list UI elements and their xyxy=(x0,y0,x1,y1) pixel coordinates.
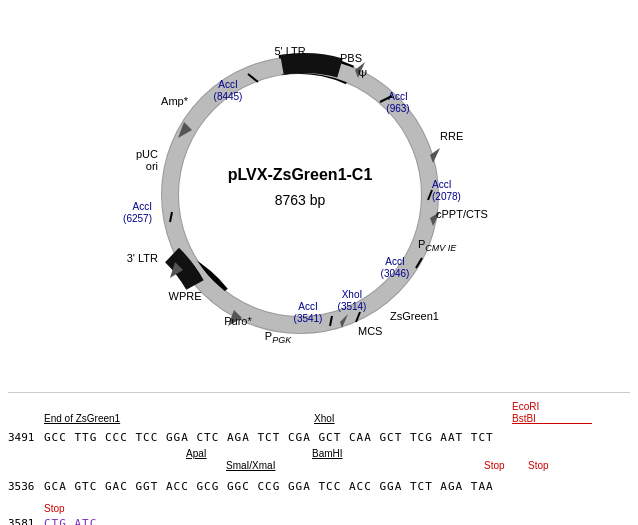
svg-text:cPPT/CTS: cPPT/CTS xyxy=(436,208,488,220)
svg-text:Amp*: Amp* xyxy=(161,95,189,107)
svg-text:8763 bp: 8763 bp xyxy=(275,192,326,208)
svg-text:Ψ: Ψ xyxy=(358,68,367,80)
seq-number-3536: 3536 xyxy=(8,480,40,493)
seq-number-3491: 3491 xyxy=(8,431,40,444)
svg-text:XhoI: XhoI xyxy=(342,289,363,300)
annotation-stop-2: Stop xyxy=(528,460,549,471)
svg-text:ZsGreen1: ZsGreen1 xyxy=(390,310,439,322)
svg-text:(3514): (3514) xyxy=(338,301,367,312)
annotation-stop-1: Stop xyxy=(484,460,505,471)
seq-number-3581: 3581 xyxy=(8,517,40,525)
svg-text:Puro*: Puro* xyxy=(224,315,252,327)
svg-text:AccI: AccI xyxy=(385,256,404,267)
svg-text:(6257): (6257) xyxy=(123,213,152,224)
svg-text:(3046): (3046) xyxy=(381,268,410,279)
seq-bases-3491: GCC TTG CCC TCC GGA CTC AGA TCT CGA GCT … xyxy=(44,431,494,444)
svg-text:AccI: AccI xyxy=(432,179,451,190)
seq-line-3491: 3491 GCC TTG CCC TCC GGA CTC AGA TCT CGA… xyxy=(8,431,630,444)
svg-text:MCS: MCS xyxy=(358,325,382,337)
svg-text:pUC: pUC xyxy=(136,148,158,160)
svg-text:pLVX-ZsGreen1-C1: pLVX-ZsGreen1-C1 xyxy=(228,166,373,183)
svg-text:(8445): (8445) xyxy=(214,91,243,102)
seq-line-3536: 3536 GCA GTC GAC GGT ACC GCG GGC CCG GGA… xyxy=(8,480,630,493)
svg-text:WPRE: WPRE xyxy=(169,290,202,302)
svg-text:AccI: AccI xyxy=(218,79,237,90)
svg-text:RRE: RRE xyxy=(440,130,463,142)
annotation-ecori: EcoRI xyxy=(512,401,539,412)
svg-text:5' LTR: 5' LTR xyxy=(274,45,305,57)
annotation-bamhi: BamHI xyxy=(312,448,343,459)
svg-text:ori: ori xyxy=(146,160,158,172)
seq-bases-3581: CTG ATC xyxy=(44,517,97,525)
annotation-smaI-xmaI: SmaI/XmaI xyxy=(226,460,275,471)
svg-text:(963): (963) xyxy=(386,103,409,114)
annotation-end-zsgreen1: End of ZsGreen1 xyxy=(44,413,120,424)
svg-text:AccI: AccI xyxy=(133,201,152,212)
plasmid-area: pLVX-ZsGreen1-C1 8763 bp xyxy=(0,0,638,390)
svg-text:PBS: PBS xyxy=(340,52,362,64)
main-container: pLVX-ZsGreen1-C1 8763 bp xyxy=(0,0,638,525)
annotation-xhoi-1: XhoI xyxy=(314,413,335,424)
sequence-area: End of ZsGreen1 XhoI EcoRI BstBI 3491 GC… xyxy=(0,388,638,525)
svg-text:(3541): (3541) xyxy=(294,313,323,324)
seq-bases-3536: GCA GTC GAC GGT ACC GCG GGC CCG GGA TCC … xyxy=(44,480,494,493)
svg-text:3' LTR: 3' LTR xyxy=(127,252,158,264)
svg-text:AccI: AccI xyxy=(298,301,317,312)
annotation-stop-3: Stop xyxy=(44,503,65,514)
seq-line-3581: 3581 CTG ATC xyxy=(8,517,630,525)
svg-text:(2078): (2078) xyxy=(432,191,461,202)
annotation-apai: ApaI xyxy=(186,448,207,459)
